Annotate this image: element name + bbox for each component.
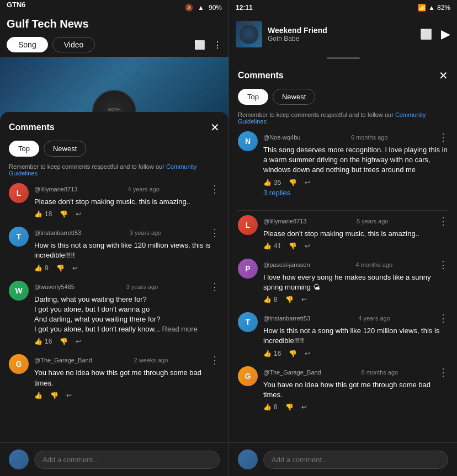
more-options-icon[interactable]: ⋮ <box>213 40 222 50</box>
right-comments-title: Comments <box>238 71 284 81</box>
thumbs-up-icon: 👍 <box>34 392 42 399</box>
thumbs-down-icon: 👎 <box>289 350 297 357</box>
avatar: T <box>9 227 29 247</box>
video-tab[interactable]: Video <box>52 37 95 52</box>
right-panel: 12:11 📶 ▲ 82% Weekend Friend Goth Babe ⬜… <box>228 0 457 476</box>
cast-icon[interactable]: ⬜ <box>194 40 205 50</box>
table-row: G @The_Garage_Band 2 weeks ago ⋮ You hav… <box>9 354 220 399</box>
comment-content: @pascal-janssen 4 months ago ⋮ I love ho… <box>263 259 448 303</box>
dislike-button[interactable]: 👎 <box>56 264 65 272</box>
dislike-button[interactable]: 👎 <box>60 210 68 218</box>
left-guidelines: Remember to keep comments respectful and… <box>0 163 228 183</box>
reply-button[interactable]: ↩ <box>76 210 81 218</box>
reply-icon: ↩ <box>72 264 78 272</box>
notification-icon: 🔕 <box>185 4 193 12</box>
comment-more-button[interactable]: ⋮ <box>210 281 220 293</box>
comment-content: @The_Garage_Band 8 months ago ⋮ You have… <box>263 366 448 411</box>
wifi-icon: ▲ <box>428 4 435 12</box>
table-row: L @lillymarie8713 5 years ago ⋮ Please d… <box>238 215 448 250</box>
reply-icon: ↩ <box>305 350 310 357</box>
thumbs-down-icon: 👎 <box>50 392 59 399</box>
reply-icon: ↩ <box>305 242 310 250</box>
left-close-button[interactable]: ✕ <box>210 121 220 134</box>
comment-text: I love how every song he makes sounds li… <box>263 272 448 292</box>
like-button[interactable]: 👍 16 <box>34 338 52 345</box>
divider <box>238 210 448 211</box>
table-row: T @tristanbarrett53 4 years ago ⋮ How is… <box>238 312 448 357</box>
right-status-bar: 12:11 📶 ▲ 82% <box>229 0 457 15</box>
like-button[interactable]: 👍 <box>34 392 42 399</box>
dislike-button[interactable]: 👎 <box>289 350 297 357</box>
left-tab-top[interactable]: Top <box>9 141 39 157</box>
comment-content: @tristanbarrett53 3 years ago ⋮ How is t… <box>34 227 220 271</box>
thumbs-down-icon: 👎 <box>285 403 294 411</box>
reply-button[interactable]: ↩ <box>305 179 310 186</box>
song-tab[interactable]: Song <box>7 37 48 52</box>
left-comments-tabs: Top Newest <box>0 141 228 163</box>
thumbs-down-icon: 👎 <box>285 296 294 303</box>
thumbs-up-icon: 👍 <box>34 264 42 272</box>
like-button[interactable]: 👍 9 <box>34 264 49 272</box>
thumbs-down-icon: 👎 <box>60 210 68 218</box>
comment-text: You have no idea how this got me through… <box>34 368 220 388</box>
like-button[interactable]: 👍 8 <box>263 296 278 303</box>
reply-button[interactable]: ↩ <box>301 403 307 411</box>
comment-author: @tristanbarrett53 <box>263 315 310 322</box>
like-button[interactable]: 👍 8 <box>263 403 278 411</box>
comment-author: @The_Garage_Band <box>263 369 321 376</box>
dislike-button[interactable]: 👎 <box>60 338 68 345</box>
thumbs-up-icon: 👍 <box>263 242 272 250</box>
right-comments-content: Comments ✕ Top Newest Remember to keep c… <box>229 63 457 476</box>
dislike-button[interactable]: 👎 <box>285 403 294 411</box>
play-icon[interactable]: ▶ <box>441 27 450 41</box>
comment-author: @waverly5465 <box>34 284 75 290</box>
dislike-button[interactable]: 👎 <box>289 242 297 250</box>
dislike-button[interactable]: 👎 <box>50 392 59 399</box>
cast-icon[interactable]: ⬜ <box>420 28 432 40</box>
comment-more-button[interactable]: ⋮ <box>210 354 220 366</box>
reply-icon: ↩ <box>76 338 81 345</box>
read-more-link[interactable]: Read more <box>162 325 198 333</box>
table-row: T @tristanbarrett53 3 years ago ⋮ How is… <box>9 227 220 271</box>
reply-icon: ↩ <box>301 403 307 411</box>
right-comments-tabs: Top Newest <box>229 89 457 111</box>
right-close-button[interactable]: ✕ <box>439 69 448 82</box>
thumbs-up-icon: 👍 <box>263 350 272 357</box>
left-tab-newest[interactable]: Newest <box>44 141 86 157</box>
np-thumbnail <box>236 21 262 47</box>
comment-text: How is this not a song with like 120 mil… <box>34 240 220 260</box>
reply-button[interactable]: ↩ <box>66 392 72 399</box>
right-comment-input[interactable] <box>263 451 448 469</box>
dislike-button[interactable]: 👎 <box>285 296 294 303</box>
right-tab-top[interactable]: Top <box>238 89 268 105</box>
comment-more-button[interactable]: ⋮ <box>210 227 220 239</box>
like-button[interactable]: 👍 41 <box>263 242 281 250</box>
dislike-button[interactable]: 👎 <box>289 179 297 186</box>
replies-link[interactable]: 3 replies <box>263 186 448 201</box>
comment-more-button[interactable]: ⋮ <box>438 366 448 378</box>
like-button[interactable]: 👍 18 <box>34 210 52 218</box>
avatar: N <box>238 131 258 151</box>
comment-more-button[interactable]: ⋮ <box>438 131 448 143</box>
reply-button[interactable]: ↩ <box>301 296 307 303</box>
like-button[interactable]: 👍 16 <box>263 350 281 357</box>
comment-more-button[interactable]: ⋮ <box>438 215 448 227</box>
table-row: N @Noe-wq4bu 6 months ago ⋮ This song de… <box>238 131 448 201</box>
right-comments-list: N @Noe-wq4bu 6 months ago ⋮ This song de… <box>229 131 457 476</box>
avatar: T <box>238 312 258 332</box>
like-button[interactable]: 👍 35 <box>263 179 281 186</box>
reply-button[interactable]: ↩ <box>305 350 310 357</box>
right-tab-newest[interactable]: Newest <box>273 89 315 105</box>
comment-more-button[interactable]: ⋮ <box>438 312 448 324</box>
comment-author: @lillymarie8713 <box>263 218 306 224</box>
comment-more-button[interactable]: ⋮ <box>210 183 220 195</box>
comment-content: @Noe-wq4bu 6 months ago ⋮ This song dese… <box>263 131 448 201</box>
left-comment-input[interactable] <box>34 451 220 469</box>
reply-button[interactable]: ↩ <box>72 264 78 272</box>
reply-button[interactable]: ↩ <box>305 242 310 250</box>
comment-more-button[interactable]: ⋮ <box>438 259 448 271</box>
reply-button[interactable]: ↩ <box>76 338 81 345</box>
comment-author: @The_Garage_Band <box>34 357 92 363</box>
thumbs-down-icon: 👎 <box>56 264 65 272</box>
left-status-bar: GTN6 🔕 ▲ 90% <box>0 0 228 15</box>
